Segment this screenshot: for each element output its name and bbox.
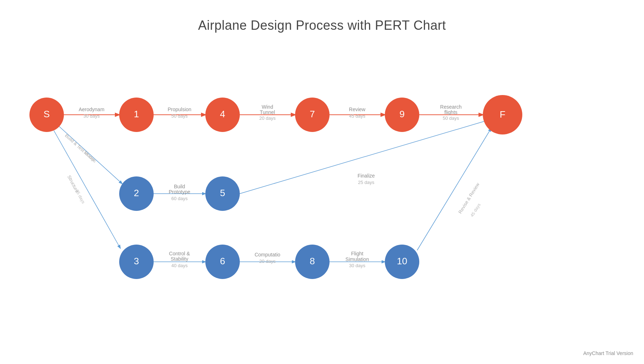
chart-area: Aerodynam 30 days Propulsion 50 days Win… <box>0 43 644 351</box>
node-7-label: 7 <box>310 109 315 119</box>
svg-text:Research: Research <box>440 104 462 110</box>
svg-text:Computatio: Computatio <box>255 252 280 257</box>
svg-text:25 days: 25 days <box>358 180 374 185</box>
svg-text:50 days: 50 days <box>171 113 188 119</box>
svg-text:20 days: 20 days <box>259 259 276 264</box>
svg-text:Prototype: Prototype <box>169 189 190 195</box>
node-1-label: 1 <box>134 109 139 119</box>
svg-text:Wind: Wind <box>262 104 273 110</box>
svg-text:50 days: 50 days <box>83 150 97 164</box>
svg-text:Stability: Stability <box>171 256 188 262</box>
svg-text:50 days: 50 days <box>443 115 459 121</box>
node-5-label: 5 <box>220 188 225 198</box>
svg-text:60 days: 60 days <box>171 196 188 201</box>
node-S-label: S <box>43 109 50 119</box>
svg-text:Build: Build <box>174 184 185 189</box>
svg-line-20 <box>54 131 120 248</box>
svg-text:Review: Review <box>349 107 366 112</box>
svg-text:Aerodynam: Aerodynam <box>79 107 104 112</box>
chart-title: Airplane Design Process with PERT Chart <box>0 0 644 33</box>
node-8-label: 8 <box>310 256 315 266</box>
node-2-label: 2 <box>134 188 139 198</box>
svg-text:20 days: 20 days <box>259 115 276 121</box>
svg-text:Control &: Control & <box>169 251 190 256</box>
svg-text:Tunnel: Tunnel <box>260 109 275 115</box>
svg-text:45 days: 45 days <box>349 113 365 119</box>
svg-line-41 <box>417 128 491 250</box>
watermark: AnyChart Trial Version <box>574 350 633 357</box>
watermark-icon <box>574 350 581 357</box>
svg-text:45 days: 45 days <box>470 202 482 218</box>
svg-text:35 days: 35 days <box>74 189 86 204</box>
node-4-label: 4 <box>220 109 225 119</box>
svg-text:30 days: 30 days <box>83 113 100 119</box>
node-F-label: F <box>500 109 505 120</box>
svg-text:Finalize: Finalize <box>358 173 375 179</box>
svg-text:flights: flights <box>444 109 458 115</box>
node-6-label: 6 <box>220 256 225 266</box>
node-3-label: 3 <box>134 256 139 266</box>
svg-text:Simulation: Simulation <box>345 256 369 262</box>
node-10-label: 10 <box>397 256 407 266</box>
svg-text:40 days: 40 days <box>171 263 188 268</box>
svg-text:Propulsion: Propulsion <box>168 107 191 112</box>
svg-text:Flight: Flight <box>351 251 363 256</box>
node-9-label: 9 <box>400 109 405 119</box>
svg-text:30 days: 30 days <box>349 263 365 268</box>
